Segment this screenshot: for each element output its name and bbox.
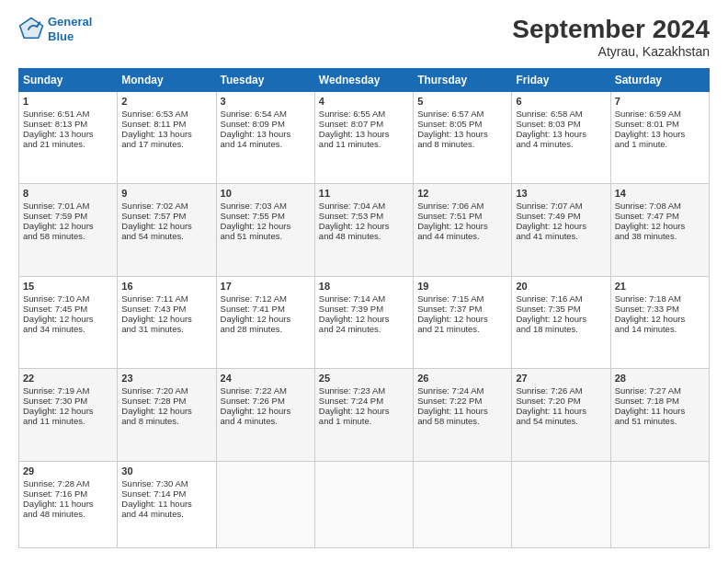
calendar-cell: 19Sunrise: 7:15 AMSunset: 7:37 PMDayligh… (414, 276, 512, 368)
calendar-cell: 30Sunrise: 7:30 AMSunset: 7:14 PMDayligh… (118, 461, 216, 547)
day-info-line: Sunrise: 7:22 AM (221, 385, 311, 396)
calendar-cell: 11Sunrise: 7:04 AMSunset: 7:53 PMDayligh… (314, 184, 413, 276)
day-number: 3 (221, 96, 311, 107)
day-info-line: and 11 minutes. (23, 416, 113, 426)
day-info-line: Sunrise: 7:02 AM (121, 201, 211, 211)
calendar-cell: 6Sunrise: 6:58 AMSunset: 8:03 PMDaylight… (512, 92, 610, 184)
col-tuesday: Tuesday (216, 69, 314, 92)
day-info-line: and 54 minutes. (121, 231, 211, 241)
calendar-cell: 18Sunrise: 7:14 AMSunset: 7:39 PMDayligh… (314, 276, 413, 368)
calendar-cell: 17Sunrise: 7:12 AMSunset: 7:41 PMDayligh… (216, 276, 314, 368)
day-info-line: Sunrise: 7:04 AM (319, 201, 409, 211)
day-number: 10 (221, 188, 311, 199)
calendar-cell: 20Sunrise: 7:16 AMSunset: 7:35 PMDayligh… (512, 276, 610, 368)
calendar-week-5: 29Sunrise: 7:28 AMSunset: 7:16 PMDayligh… (19, 461, 710, 547)
calendar-cell: 2Sunrise: 6:53 AMSunset: 8:11 PMDaylight… (118, 92, 216, 184)
day-info-line: and 1 minute. (319, 416, 409, 426)
main-title: September 2024 (512, 15, 710, 44)
day-info-line: Sunset: 8:07 PM (319, 119, 409, 129)
day-info-line: Sunrise: 7:27 AM (615, 385, 705, 396)
day-number: 9 (121, 188, 211, 199)
day-info-line: Sunset: 8:01 PM (615, 119, 705, 129)
day-info-line: Daylight: 12 hours (615, 314, 705, 324)
day-info-line: Sunset: 7:41 PM (221, 304, 311, 314)
day-info-line: Sunset: 7:14 PM (121, 488, 211, 499)
calendar-cell: 4Sunrise: 6:55 AMSunset: 8:07 PMDaylight… (314, 92, 413, 184)
day-info-line: Sunrise: 7:16 AM (516, 293, 606, 304)
title-block: September 2024 Atyrau, Kazakhstan (512, 15, 710, 59)
day-info-line: Sunrise: 7:18 AM (615, 293, 705, 304)
day-info-line: Sunrise: 7:08 AM (615, 201, 705, 211)
day-info-line: and 28 minutes. (221, 324, 311, 334)
day-number: 29 (23, 465, 113, 477)
day-number: 12 (417, 188, 507, 199)
day-info-line: Daylight: 12 hours (319, 314, 409, 324)
day-number: 16 (121, 281, 211, 292)
col-friday: Friday (512, 69, 610, 92)
day-info-line: Sunrise: 7:23 AM (319, 385, 409, 396)
col-wednesday: Wednesday (314, 69, 413, 92)
day-info-line: and 18 minutes. (516, 324, 606, 334)
day-info-line: Sunrise: 7:03 AM (221, 201, 311, 211)
calendar-cell: 12Sunrise: 7:06 AMSunset: 7:51 PMDayligh… (414, 184, 512, 276)
day-number: 2 (121, 96, 211, 107)
day-number: 19 (417, 281, 507, 292)
day-info-line: Sunset: 7:53 PM (319, 211, 409, 221)
day-info-line: and 38 minutes. (615, 231, 705, 241)
day-info-line: Daylight: 11 hours (516, 406, 606, 416)
calendar-cell: 24Sunrise: 7:22 AMSunset: 7:26 PMDayligh… (216, 369, 314, 461)
day-info-line: and 14 minutes. (221, 139, 311, 149)
day-number: 17 (221, 281, 311, 292)
day-info-line: Sunrise: 6:51 AM (23, 109, 113, 119)
day-info-line: Sunset: 7:20 PM (516, 396, 606, 406)
day-info-line: Sunset: 8:05 PM (417, 119, 507, 129)
day-info-line: Sunrise: 6:57 AM (417, 109, 507, 119)
day-info-line: Sunrise: 7:30 AM (121, 478, 211, 488)
day-info-line: and 4 minutes. (516, 139, 606, 149)
day-info-line: and 58 minutes. (417, 416, 507, 426)
calendar-cell: 28Sunrise: 7:27 AMSunset: 7:18 PMDayligh… (610, 369, 709, 461)
day-info-line: Daylight: 12 hours (23, 314, 113, 324)
day-info-line: Sunset: 7:43 PM (121, 304, 211, 314)
calendar-cell: 27Sunrise: 7:26 AMSunset: 7:20 PMDayligh… (512, 369, 610, 461)
day-info-line: Daylight: 11 hours (417, 406, 507, 416)
day-info-line: Daylight: 13 hours (319, 129, 409, 139)
calendar-cell: 13Sunrise: 7:07 AMSunset: 7:49 PMDayligh… (512, 184, 610, 276)
calendar-cell: 21Sunrise: 7:18 AMSunset: 7:33 PMDayligh… (610, 276, 709, 368)
day-info-line: and 14 minutes. (615, 324, 705, 334)
day-info-line: Daylight: 12 hours (121, 406, 211, 416)
day-info-line: Daylight: 12 hours (516, 314, 606, 324)
day-info-line: Sunset: 7:47 PM (615, 211, 705, 221)
day-info-line: Sunrise: 7:19 AM (23, 385, 113, 396)
calendar-cell (610, 461, 709, 547)
day-info-line: and 48 minutes. (23, 509, 113, 519)
logo: General Blue (18, 15, 92, 43)
day-info-line: Sunrise: 7:14 AM (319, 293, 409, 304)
day-number: 23 (121, 373, 211, 384)
day-info-line: Sunset: 7:45 PM (23, 304, 113, 314)
day-number: 6 (516, 96, 606, 107)
day-info-line: Sunset: 8:13 PM (23, 119, 113, 129)
day-info-line: and 48 minutes. (319, 231, 409, 241)
day-info-line: Sunset: 7:24 PM (319, 396, 409, 406)
day-info-line: Sunrise: 7:01 AM (23, 201, 113, 211)
calendar-cell: 25Sunrise: 7:23 AMSunset: 7:24 PMDayligh… (314, 369, 413, 461)
calendar-cell: 8Sunrise: 7:01 AMSunset: 7:59 PMDaylight… (19, 184, 118, 276)
day-info-line: Daylight: 13 hours (221, 129, 311, 139)
day-info-line: Daylight: 12 hours (221, 221, 311, 231)
col-monday: Monday (118, 69, 216, 92)
calendar-week-4: 22Sunrise: 7:19 AMSunset: 7:30 PMDayligh… (19, 369, 710, 461)
day-info-line: Sunset: 7:57 PM (121, 211, 211, 221)
day-info-line: and 24 minutes. (319, 324, 409, 334)
calendar-cell: 26Sunrise: 7:24 AMSunset: 7:22 PMDayligh… (414, 369, 512, 461)
calendar-cell: 5Sunrise: 6:57 AMSunset: 8:05 PMDaylight… (414, 92, 512, 184)
calendar-cell (216, 461, 314, 547)
calendar-cell: 7Sunrise: 6:59 AMSunset: 8:01 PMDaylight… (610, 92, 709, 184)
day-info-line: and 51 minutes. (221, 231, 311, 241)
day-info-line: Daylight: 12 hours (319, 221, 409, 231)
day-info-line: and 54 minutes. (516, 416, 606, 426)
logo-icon (18, 17, 44, 42)
day-info-line: Sunset: 7:55 PM (221, 211, 311, 221)
day-number: 11 (319, 188, 409, 199)
day-number: 13 (516, 188, 606, 199)
